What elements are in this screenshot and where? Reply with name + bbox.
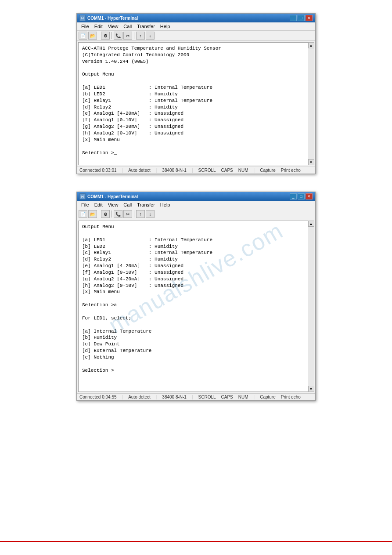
scrollbar-1: ▲ ▼ <box>308 42 314 165</box>
toolbar-sep-5 <box>111 210 112 218</box>
terminal-area-1[interactable]: ACC-ATH1 Protege Temperature and Humidit… <box>78 42 314 165</box>
status-connected-2: Connected 0:04:55 <box>79 395 117 399</box>
toolbar-send-1[interactable]: ↑ <box>136 32 145 40</box>
menu-help-1[interactable]: Help <box>158 23 173 29</box>
toolbar-dial-2[interactable]: 📞 <box>114 210 122 218</box>
minimize-button-1[interactable]: _ <box>290 15 297 21</box>
status-bar-2: Connected 0:04:55 | Auto detect | 38400 … <box>77 393 315 400</box>
menu-help-2[interactable]: Help <box>158 202 173 208</box>
hyperterminal-window-1: H COMM1 - HyperTerminal _ □ ✕ File Edit … <box>76 13 316 174</box>
status-auto-detect-1: Auto detect <box>128 168 151 173</box>
status-bar-1: Connected 0:03:01 | Auto detect | 38400 … <box>77 167 315 174</box>
minimize-button-2[interactable]: _ <box>290 193 297 200</box>
app-icon-1: H <box>79 15 86 21</box>
status-print-echo-2: Print echo <box>281 395 301 399</box>
maximize-button-2[interactable]: □ <box>298 193 305 200</box>
status-baud-2: 38400 8-N-1 <box>162 395 187 399</box>
toolbar-1: 📄 📂 ⚙ 📞 ✂ ↑ ↓ <box>77 31 315 41</box>
status-baud-1: 38400 8-N-1 <box>162 168 187 173</box>
toolbar-disconnect-2[interactable]: ✂ <box>123 210 132 218</box>
window-title-1: COMM1 - HyperTerminal <box>87 16 138 21</box>
menu-transfer-1[interactable]: Transfer <box>134 23 158 29</box>
menu-call-2[interactable]: Call <box>121 202 134 208</box>
menu-call-1[interactable]: Call <box>121 23 134 29</box>
title-bar-2: H COMM1 - HyperTerminal _ □ ✕ <box>77 192 315 201</box>
scroll-track-2[interactable] <box>308 227 314 386</box>
close-button-1[interactable]: ✕ <box>306 15 313 21</box>
scroll-track-1[interactable] <box>308 48 314 159</box>
terminal-wrapper-2: Output Menu [a] LED1 : Internal Temperat… <box>78 221 314 392</box>
status-capture-2: Capture <box>260 395 276 399</box>
toolbar-open-1[interactable]: 📂 <box>88 32 97 40</box>
menu-edit-2[interactable]: Edit <box>92 202 105 208</box>
toolbar-sep-6 <box>134 210 134 218</box>
menu-transfer-2[interactable]: Transfer <box>134 202 158 208</box>
terminal-area-2[interactable]: Output Menu [a] LED1 : Internal Temperat… <box>78 221 314 392</box>
toolbar-send-2[interactable]: ↑ <box>136 210 145 218</box>
status-scroll-2: SCROLL <box>198 395 216 399</box>
terminal-wrapper-1: ACC-ATH1 Protege Temperature and Humidit… <box>78 42 314 165</box>
toolbar-open-2[interactable]: 📂 <box>88 210 97 218</box>
window-title-2: COMM1 - HyperTerminal <box>87 194 138 199</box>
menu-edit-1[interactable]: Edit <box>92 23 105 29</box>
status-capture-1: Capture <box>260 168 276 173</box>
terminal-content-2: Output Menu [a] LED1 : Internal Temperat… <box>82 224 310 374</box>
status-num-1: NUM <box>238 168 248 173</box>
toolbar-2: 📄 📂 ⚙ 📞 ✂ ↑ ↓ <box>77 209 315 219</box>
status-auto-detect-2: Auto detect <box>128 395 151 399</box>
bottom-red-line <box>0 541 392 542</box>
menu-file-2[interactable]: File <box>79 202 92 208</box>
maximize-button-1[interactable]: □ <box>298 15 305 21</box>
title-bar-controls-2: _ □ ✕ <box>290 193 313 200</box>
close-button-2[interactable]: ✕ <box>306 193 313 200</box>
status-caps-2: CAPS <box>221 395 233 399</box>
toolbar-sep-4 <box>99 210 99 218</box>
status-caps-1: CAPS <box>221 168 233 173</box>
toolbar-sep-2 <box>111 32 112 39</box>
status-num-2: NUM <box>238 395 248 399</box>
menu-bar-1: File Edit View Call Transfer Help <box>77 22 315 31</box>
status-connected-1: Connected 0:03:01 <box>79 168 117 173</box>
scroll-down-1[interactable]: ▼ <box>308 159 314 165</box>
page-container: manualshlive.com H COMM1 - HyperTerminal… <box>0 0 392 555</box>
toolbar-properties-2[interactable]: ⚙ <box>101 210 110 218</box>
scroll-up-2[interactable]: ▲ <box>308 221 314 227</box>
scroll-down-2[interactable]: ▼ <box>308 386 314 392</box>
terminal-content-1: ACC-ATH1 Protege Temperature and Humidit… <box>82 45 310 156</box>
hyperterminal-window-2: H COMM1 - HyperTerminal _ □ ✕ File Edit … <box>76 192 316 401</box>
app-icon-2: H <box>79 193 86 200</box>
menu-bar-2: File Edit View Call Transfer Help <box>77 201 315 209</box>
menu-file-1[interactable]: File <box>79 23 92 29</box>
status-scroll-1: SCROLL <box>198 168 216 173</box>
scroll-up-1[interactable]: ▲ <box>308 42 314 48</box>
toolbar-receive-2[interactable]: ↓ <box>146 210 155 218</box>
toolbar-dial-1[interactable]: 📞 <box>114 32 122 40</box>
title-bar-controls-1: _ □ ✕ <box>290 15 313 21</box>
title-bar-left-2: H COMM1 - HyperTerminal <box>79 193 138 200</box>
menu-view-2[interactable]: View <box>105 202 121 208</box>
toolbar-receive-1[interactable]: ↓ <box>146 32 155 40</box>
toolbar-disconnect-1[interactable]: ✂ <box>123 32 132 40</box>
toolbar-new-1[interactable]: 📄 <box>79 32 87 40</box>
title-bar-1: H COMM1 - HyperTerminal _ □ ✕ <box>77 14 315 22</box>
toolbar-properties-1[interactable]: ⚙ <box>101 32 110 40</box>
toolbar-sep-1 <box>99 32 99 39</box>
toolbar-new-2[interactable]: 📄 <box>79 210 87 218</box>
scrollbar-2: ▲ ▼ <box>308 221 314 392</box>
status-print-echo-1: Print echo <box>281 168 301 173</box>
title-bar-left-1: H COMM1 - HyperTerminal <box>79 15 138 21</box>
menu-view-1[interactable]: View <box>105 23 121 29</box>
toolbar-sep-3 <box>134 32 134 39</box>
